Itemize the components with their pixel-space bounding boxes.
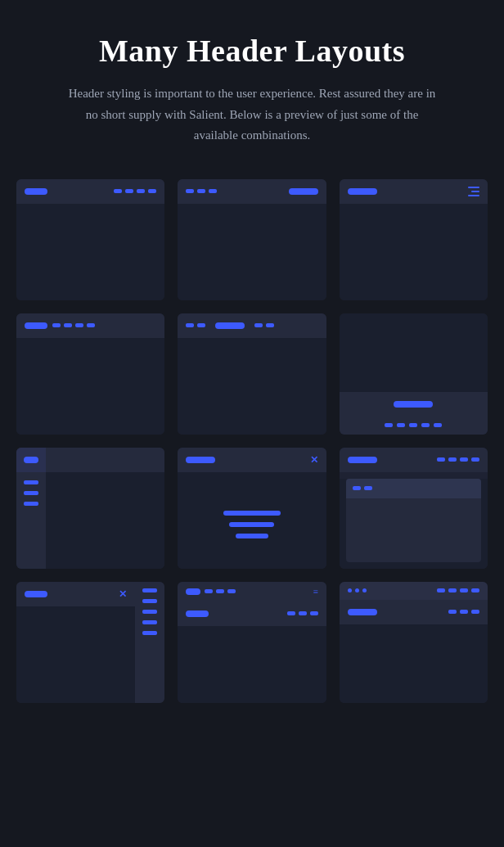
nav-item-3	[254, 323, 263, 327]
logo-pill-center	[215, 322, 245, 329]
right-header	[46, 448, 164, 472]
nav-item-4	[87, 323, 95, 327]
nav-item-2	[448, 457, 457, 462]
close-icon: ✕	[310, 455, 318, 465]
nav-item-2	[197, 189, 205, 193]
card-2-header	[178, 179, 326, 204]
sidebar-nav	[16, 472, 46, 514]
card-12-header	[340, 600, 488, 624]
nav-dot-3	[24, 502, 38, 506]
nav-item-2	[216, 589, 224, 593]
nav-item-1	[437, 457, 445, 462]
nav-item-4	[471, 457, 479, 462]
card-2	[178, 179, 326, 300]
card-8: ✕	[178, 448, 326, 569]
inner-card-header	[346, 479, 481, 498]
nav-dots	[437, 457, 479, 462]
nav-dots-left	[186, 189, 217, 193]
menu-line-3	[236, 534, 268, 538]
card-11: ≡	[178, 582, 326, 703]
nav-item-2	[448, 588, 457, 592]
card-3-body	[340, 204, 488, 300]
card-8-body	[178, 472, 326, 569]
card-6-bottom-header	[340, 392, 488, 417]
nav-item-1	[385, 423, 393, 427]
menu-line-2	[229, 522, 274, 527]
card-12-top-bar	[340, 582, 488, 600]
page-header: Many Header Layouts Header styling is im…	[16, 33, 488, 146]
card-2-body	[178, 204, 326, 300]
nav-item-1	[437, 588, 445, 592]
card-10-main: ✕	[16, 582, 135, 703]
nav-item-3	[409, 423, 417, 427]
logo-pill	[348, 609, 377, 615]
close-icon: ✕	[119, 589, 127, 599]
nav-item-4	[266, 323, 274, 327]
nav-dots	[287, 611, 318, 615]
nav-item-2	[397, 423, 405, 427]
sidebar-header	[16, 448, 46, 472]
inner-item-1	[353, 486, 361, 490]
nav-dot-2	[24, 491, 38, 495]
cards-grid: ✕	[16, 179, 488, 703]
inner-card	[346, 479, 481, 562]
nav-item-1	[52, 323, 61, 327]
card-1-body	[16, 204, 164, 300]
card-8-header: ✕	[178, 448, 326, 472]
right-body	[46, 472, 164, 569]
logo-pill	[186, 457, 215, 463]
card-11-body	[178, 626, 326, 703]
card-5-body	[178, 338, 326, 435]
page-subtitle: Header styling is important to the user …	[64, 83, 440, 146]
menu-line-1	[223, 511, 281, 516]
nav-item-1	[114, 189, 122, 193]
nav-dot-1	[24, 480, 38, 484]
nav-item-2	[197, 323, 205, 327]
card-6-nav-bar	[340, 417, 488, 435]
page-title: Many Header Layouts	[16, 33, 488, 69]
card-6-body	[340, 313, 488, 392]
card-5-header	[178, 313, 326, 338]
nav-item-2	[125, 189, 133, 193]
nav-item-3	[460, 588, 468, 592]
page-container: Many Header Layouts Header styling is im…	[16, 33, 488, 703]
nav-dot-2	[142, 599, 157, 603]
card-4-body	[16, 338, 164, 435]
nav-dot-4	[142, 620, 157, 624]
card-12-body	[340, 624, 488, 703]
nav-item-3	[460, 457, 468, 462]
card-10: ✕	[16, 582, 164, 703]
logo-pill	[348, 457, 377, 463]
card-5	[178, 313, 326, 435]
nav-item-2	[64, 323, 72, 327]
card-11-header	[178, 601, 326, 626]
logo-mini	[186, 588, 200, 595]
hamburger-icon	[468, 187, 479, 196]
card-4	[16, 313, 164, 435]
nav-item-1	[186, 189, 194, 193]
nav-item-1	[186, 323, 194, 327]
card-6	[340, 313, 488, 435]
nav-item-4	[148, 189, 156, 193]
nav-item-5	[434, 423, 442, 427]
logo-pill	[348, 188, 377, 195]
card-1-header	[16, 179, 164, 204]
nav-item-3	[75, 323, 83, 327]
card-1	[16, 179, 164, 300]
logo-pill	[25, 188, 47, 195]
nav-dots-top	[205, 589, 236, 593]
nav-item-7	[471, 610, 479, 614]
card-3-header	[340, 179, 488, 204]
nav-dot-1	[142, 588, 157, 592]
card-7	[16, 448, 164, 569]
nav-dots	[114, 189, 156, 193]
nav-item-6	[460, 610, 468, 614]
card-9-header	[340, 448, 488, 472]
logo-pill	[25, 591, 47, 597]
nav-item-1	[205, 589, 213, 593]
nav-dot-5	[142, 631, 157, 635]
mobile-menu	[178, 472, 326, 569]
nav-item-3	[209, 189, 217, 193]
hamburger-icon: ≡	[313, 587, 317, 597]
nav-item-5	[448, 610, 457, 614]
